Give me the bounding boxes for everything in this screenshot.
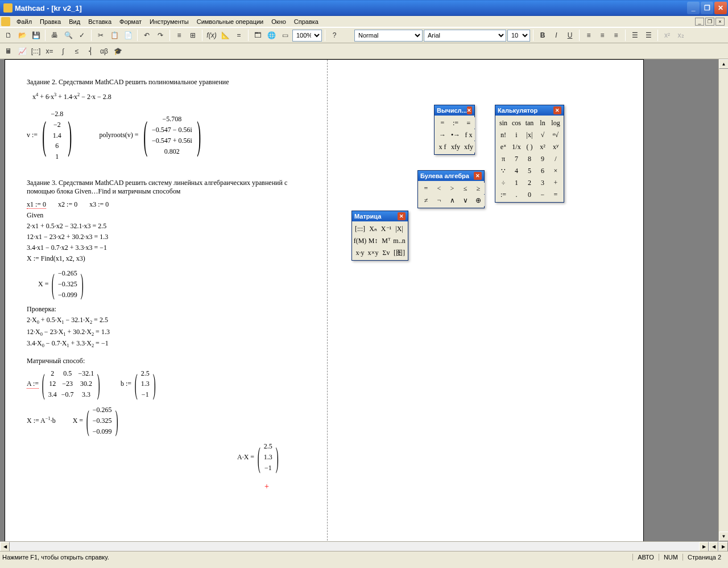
horizontal-scrollbar[interactable]: ◀ ▶ ◀ ▶: [0, 541, 728, 551]
pbtn[interactable]: ≥: [472, 183, 485, 194]
matrix-palette-btn[interactable]: [:::]: [30, 45, 42, 57]
align2-button[interactable]: ⊞: [187, 29, 199, 42]
pbtn[interactable]: 2: [523, 177, 536, 188]
prev-page-button[interactable]: ◀: [709, 542, 718, 551]
pbtn[interactable]: >: [446, 183, 458, 194]
pbtn[interactable]: x·y: [354, 247, 366, 258]
align-center-button[interactable]: ≡: [596, 29, 609, 42]
align-button[interactable]: ≡: [173, 29, 185, 42]
pbtn[interactable]: sin: [497, 117, 510, 129]
pbtn[interactable]: ⁿ√: [549, 129, 562, 141]
mdi-close[interactable]: ×: [715, 18, 725, 26]
save-button[interactable]: 💾: [30, 29, 42, 42]
pbtn[interactable]: ∧: [446, 195, 458, 206]
pbtn[interactable]: log: [549, 117, 562, 129]
pbtn[interactable]: ≡: [462, 117, 475, 129]
eval-palette-close[interactable]: ✕: [467, 106, 472, 114]
align-left-button[interactable]: ≡: [582, 29, 595, 42]
menu-view[interactable]: Вид: [65, 17, 84, 26]
pbtn[interactable]: 4: [510, 165, 523, 176]
pbtn[interactable]: Xₙ: [367, 223, 379, 234]
maximize-button[interactable]: ❐: [701, 2, 713, 14]
eval-palette[interactable]: Вычисл...✕ =:=≡ →•→f x x fxfyxfy: [434, 105, 475, 155]
undo-button[interactable]: ↶: [140, 29, 153, 42]
pbtn[interactable]: ∨: [459, 195, 471, 206]
pbtn[interactable]: ÷: [497, 177, 510, 188]
zoom-select[interactable]: 100%: [292, 30, 322, 42]
pbtn[interactable]: i: [510, 129, 523, 141]
pbtn[interactable]: →: [436, 129, 449, 141]
eval-palette-btn[interactable]: x=: [43, 45, 56, 57]
menu-insert[interactable]: Вставка: [84, 17, 115, 26]
pbtn[interactable]: eˣ: [497, 141, 510, 153]
pbtn[interactable]: x×y: [367, 247, 379, 258]
pbtn[interactable]: •→: [449, 129, 462, 141]
scroll-down-button[interactable]: ▼: [719, 532, 728, 541]
menu-format[interactable]: Формат: [115, 17, 146, 26]
cut-button[interactable]: ✂: [94, 29, 107, 42]
pbtn[interactable]: Σv: [380, 247, 392, 258]
pbtn[interactable]: cos: [510, 117, 523, 129]
pbtn[interactable]: ( ): [523, 141, 536, 153]
symbolic-palette-btn[interactable]: 🎓: [111, 45, 124, 57]
calc-button[interactable]: =: [233, 29, 245, 42]
pbtn[interactable]: =: [420, 183, 432, 194]
copy-button[interactable]: 📋: [108, 29, 121, 42]
pbtn[interactable]: n!: [497, 129, 510, 141]
help-button[interactable]: ?: [328, 29, 341, 42]
pbtn[interactable]: x f: [436, 141, 449, 153]
pbtn[interactable]: 9: [536, 153, 549, 164]
pbtn[interactable]: ∵: [497, 165, 510, 176]
pbtn[interactable]: √: [536, 129, 549, 141]
bool-palette-close[interactable]: ✕: [474, 172, 482, 180]
pbtn[interactable]: 6: [536, 165, 549, 176]
region-button[interactable]: ▭: [279, 29, 291, 42]
scroll-left-button[interactable]: ◀: [0, 542, 10, 551]
open-button[interactable]: 📂: [16, 29, 28, 42]
bullets-button[interactable]: ☰: [628, 29, 641, 42]
numbers-button[interactable]: ☰: [642, 29, 655, 42]
pbtn[interactable]: x²: [536, 141, 549, 153]
pbtn[interactable]: f x: [462, 129, 475, 141]
menu-tools[interactable]: Инструменты: [146, 17, 193, 26]
pbtn[interactable]: xʸ: [549, 141, 562, 153]
pbtn[interactable]: =: [436, 117, 449, 129]
pbtn[interactable]: π: [497, 153, 510, 164]
pbtn[interactable]: 8: [523, 153, 536, 164]
mdi-minimize[interactable]: _: [695, 18, 704, 26]
pbtn[interactable]: /: [549, 153, 562, 164]
paste-button[interactable]: 📄: [122, 29, 134, 42]
matrix-palette[interactable]: Матрица✕ [:::]XₙX⁻¹|X|f(M)M↕Mᵀm..nx·yx×y…: [351, 211, 408, 261]
pbtn[interactable]: .: [510, 189, 523, 200]
pbtn[interactable]: [图]: [393, 247, 406, 258]
pbtn[interactable]: xfy: [462, 141, 475, 153]
close-button[interactable]: ✕: [714, 2, 727, 14]
pbtn[interactable]: tan: [523, 117, 536, 129]
size-select[interactable]: 10: [507, 30, 530, 42]
pbtn[interactable]: :=: [449, 117, 462, 129]
next-page-button[interactable]: ▶: [718, 542, 728, 551]
calc-palette-close[interactable]: ✕: [553, 106, 561, 114]
boolean-palette-btn[interactable]: ≤: [71, 45, 83, 57]
align-right-button[interactable]: ≡: [610, 29, 622, 42]
pbtn[interactable]: f(M): [354, 235, 366, 246]
calculus-palette-btn[interactable]: ∫: [57, 45, 69, 57]
font-select[interactable]: Arial: [424, 30, 506, 42]
pbtn[interactable]: :=: [497, 189, 510, 200]
print-button[interactable]: 🖶: [48, 29, 61, 42]
pbtn[interactable]: |X|: [393, 223, 406, 234]
menu-edit[interactable]: Правка: [36, 17, 65, 26]
component-button[interactable]: 🗔: [251, 29, 264, 42]
style-select[interactable]: Normal: [354, 30, 423, 42]
preview-button[interactable]: 🔍: [62, 29, 75, 42]
menu-symbolic[interactable]: Символьные операции: [193, 17, 268, 26]
pbtn[interactable]: ⊕: [472, 195, 485, 206]
pbtn[interactable]: m..n: [393, 235, 406, 246]
pbtn[interactable]: ¬: [433, 195, 445, 206]
menu-help[interactable]: Справка: [290, 17, 322, 26]
pbtn[interactable]: ≠: [420, 195, 432, 206]
pbtn[interactable]: ×: [549, 165, 562, 176]
programming-palette-btn[interactable]: ⎨: [84, 45, 97, 57]
pbtn[interactable]: |x|: [523, 129, 536, 141]
pbtn[interactable]: 1/x: [510, 141, 523, 153]
